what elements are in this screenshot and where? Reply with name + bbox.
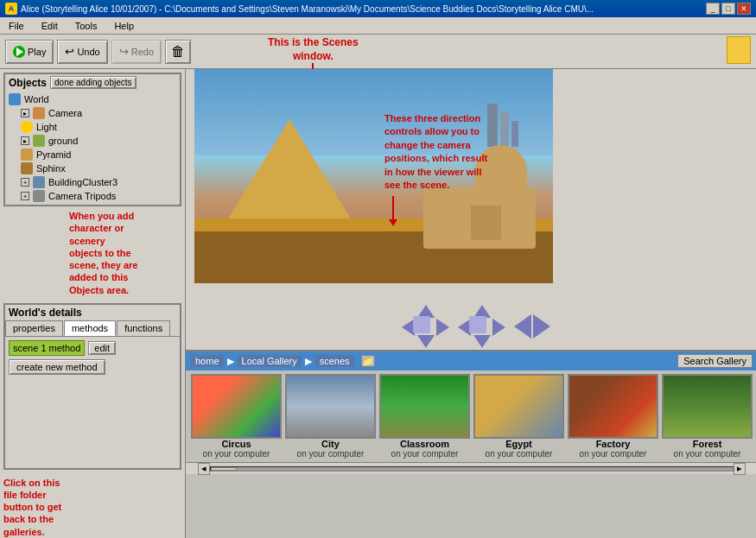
- breadcrumb-sep1: ▶: [227, 356, 234, 367]
- gallery-item-factory[interactable]: Factory on your computer: [568, 374, 658, 459]
- controls-annotation-container: These three direction controls allow you…: [384, 112, 487, 226]
- objects-annotation-container: When you add character or scenery object…: [0, 210, 185, 300]
- toolbar: Play ↩ Undo ↪ Redo 🗑 This is the Scenes …: [0, 35, 756, 69]
- arrow-down-2[interactable]: [473, 335, 491, 348]
- object-building-label: BuildingCluster3: [48, 177, 118, 187]
- direction-controls: [194, 302, 756, 350]
- methods-content: scene 1 method edit create new method: [5, 337, 180, 378]
- world-details-title: World's details: [5, 305, 180, 320]
- rotate-right[interactable]: [533, 314, 550, 339]
- factory-thumb: [568, 374, 658, 439]
- gallery-item-egypt[interactable]: Egypt on your computer: [473, 374, 564, 459]
- close-button[interactable]: ✕: [737, 3, 751, 15]
- maximize-button[interactable]: □: [721, 3, 735, 15]
- object-ground[interactable]: ▸ ground: [9, 134, 176, 148]
- circus-label: Circus: [221, 439, 251, 449]
- gallery-item-circus[interactable]: Circus on your computer: [191, 374, 282, 459]
- object-sphinx-label: Sphinx: [36, 163, 66, 174]
- scroll-thumb[interactable]: [211, 467, 237, 471]
- center-btn-2[interactable]: [469, 316, 486, 333]
- object-camera[interactable]: ▸ Camera: [9, 106, 176, 120]
- redo-button[interactable]: ↪ Redo: [111, 40, 162, 64]
- sphinx-icon: [21, 162, 33, 174]
- gallery-breadcrumb: home ▶ Local Gallery ▶ scenes 📁: [191, 355, 375, 367]
- objects-header: Objects done adding objects: [5, 74, 180, 91]
- search-gallery-button[interactable]: Search Gallery: [677, 354, 753, 368]
- arrow-right-1[interactable]: [436, 319, 449, 336]
- object-world-label: World: [24, 94, 49, 104]
- menu-file[interactable]: File: [3, 19, 29, 33]
- tab-properties[interactable]: properties: [5, 320, 63, 336]
- pyramid-shape: [220, 119, 359, 231]
- menu-tools[interactable]: Tools: [70, 19, 103, 33]
- menubar: File Edit Tools Help: [0, 17, 756, 35]
- object-pyramid-label: Pyramid: [36, 149, 71, 160]
- menu-edit[interactable]: Edit: [36, 19, 63, 33]
- titlebar-title: Alice (Storytelling Alice 10/01/2007) - …: [21, 4, 594, 14]
- play-label: Play: [28, 47, 46, 57]
- world-icon: [9, 93, 21, 105]
- done-adding-button[interactable]: done adding objects: [50, 76, 137, 89]
- building-icon: [33, 176, 45, 188]
- forest-sublabel: on your computer: [674, 449, 741, 459]
- building3: [511, 121, 518, 147]
- gallery-area: home ▶ Local Gallery ▶ scenes 📁 Search G…: [186, 350, 756, 538]
- tripod-expand[interactable]: +: [21, 192, 29, 200]
- edit-method-button[interactable]: edit: [88, 341, 116, 355]
- undo-button[interactable]: ↩ Undo: [57, 40, 107, 64]
- object-world[interactable]: World: [9, 92, 176, 106]
- scroll-left-btn[interactable]: ◂: [198, 463, 210, 475]
- tabs-row: properties methods functions: [5, 320, 180, 337]
- objects-area: Objects done adding objects World ▸ Came…: [3, 73, 181, 206]
- trash-button[interactable]: 🗑: [165, 40, 191, 64]
- objects-title: Objects: [9, 77, 47, 89]
- redo-label: Redo: [131, 47, 154, 57]
- object-ground-label: ground: [48, 136, 78, 146]
- gallery-item-classroom[interactable]: Classroom on your computer: [379, 374, 470, 459]
- breadcrumb-local-gallery[interactable]: Local Gallery: [238, 355, 302, 367]
- folder-annotation: Click on this file folder button to get …: [3, 478, 61, 537]
- minimize-button[interactable]: _: [706, 3, 720, 15]
- building2: [500, 112, 509, 147]
- building-expand[interactable]: +: [21, 178, 29, 187]
- object-building[interactable]: + BuildingCluster3: [9, 175, 176, 189]
- titlebar-buttons[interactable]: _ □ ✕: [706, 3, 751, 15]
- object-light[interactable]: Light: [9, 120, 176, 134]
- world-details: World's details properties methods funct…: [3, 303, 181, 469]
- titlebar: A Alice (Storytelling Alice 10/01/2007) …: [0, 0, 756, 17]
- camera-expand[interactable]: ▸: [21, 109, 29, 117]
- gallery-item-city[interactable]: City on your computer: [285, 374, 376, 459]
- center-btn-1[interactable]: [413, 316, 430, 333]
- tab-functions[interactable]: functions: [117, 320, 170, 336]
- object-pyramid[interactable]: Pyramid: [9, 148, 176, 161]
- classroom-sublabel: on your computer: [391, 449, 459, 459]
- breadcrumb-home[interactable]: home: [191, 355, 224, 367]
- horizontal-scrollbar[interactable]: ◂ ▸: [186, 462, 756, 474]
- scroll-right-btn[interactable]: ▸: [734, 463, 746, 475]
- circus-thumb: [191, 374, 282, 439]
- trash-icon: 🗑: [171, 44, 185, 60]
- scroll-track[interactable]: [210, 466, 734, 472]
- arrow-pad-1: [402, 305, 449, 348]
- controls-arrow: [384, 192, 428, 226]
- breadcrumb-scenes[interactable]: scenes: [315, 355, 354, 367]
- note-widget: [727, 36, 751, 64]
- arrow-down-1[interactable]: [417, 335, 435, 348]
- object-tripod[interactable]: + Camera Tripods: [9, 189, 176, 203]
- tab-methods[interactable]: methods: [64, 320, 116, 336]
- folder-icon[interactable]: 📁: [361, 355, 375, 367]
- svg-marker-3: [389, 219, 397, 226]
- object-light-label: Light: [36, 122, 57, 132]
- menu-help[interactable]: Help: [109, 19, 139, 33]
- city-label: City: [321, 439, 340, 449]
- play-button[interactable]: Play: [5, 40, 54, 64]
- objects-list: World ▸ Camera Light ▸ ground: [5, 91, 180, 205]
- arrow-right-2[interactable]: [492, 319, 505, 336]
- forest-label: Forest: [693, 439, 722, 449]
- object-sphinx[interactable]: Sphinx: [9, 161, 176, 175]
- rotate-left[interactable]: [514, 314, 531, 339]
- scene-canvas: [194, 69, 553, 283]
- gallery-item-forest[interactable]: Forest on your computer: [662, 374, 753, 459]
- create-method-button[interactable]: create new method: [9, 359, 105, 375]
- ground-expand[interactable]: ▸: [21, 136, 29, 145]
